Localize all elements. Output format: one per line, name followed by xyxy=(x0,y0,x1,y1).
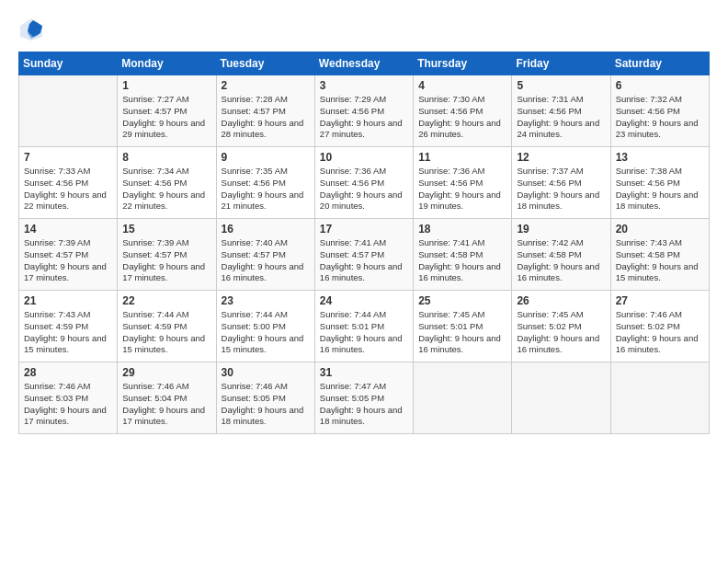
day-info: Sunrise: 7:46 AMSunset: 5:03 PMDaylight:… xyxy=(24,381,112,428)
day-number: 4 xyxy=(418,79,506,92)
day-number: 23 xyxy=(222,294,310,307)
calendar-cell: 2Sunrise: 7:28 AMSunset: 4:57 PMDaylight… xyxy=(216,75,314,147)
logo xyxy=(18,17,48,42)
day-number: 17 xyxy=(320,223,408,236)
calendar-week-row: 21Sunrise: 7:43 AMSunset: 4:59 PMDayligh… xyxy=(19,291,710,362)
day-info: Sunrise: 7:32 AMSunset: 4:56 PMDaylight:… xyxy=(616,94,704,141)
day-number: 19 xyxy=(517,223,605,236)
calendar-cell: 4Sunrise: 7:30 AMSunset: 4:56 PMDaylight… xyxy=(414,75,512,147)
day-info: Sunrise: 7:38 AMSunset: 4:56 PMDaylight:… xyxy=(616,166,704,213)
calendar-cell: 24Sunrise: 7:44 AMSunset: 5:01 PMDayligh… xyxy=(314,291,413,362)
calendar-cell: 26Sunrise: 7:45 AMSunset: 5:02 PMDayligh… xyxy=(512,291,610,362)
day-info: Sunrise: 7:36 AMSunset: 4:56 PMDaylight:… xyxy=(418,166,506,213)
day-info: Sunrise: 7:39 AMSunset: 4:57 PMDaylight:… xyxy=(122,237,210,284)
day-info: Sunrise: 7:47 AMSunset: 5:05 PMDaylight:… xyxy=(320,381,408,428)
calendar-week-row: 14Sunrise: 7:39 AMSunset: 4:57 PMDayligh… xyxy=(19,219,710,291)
day-number: 1 xyxy=(122,79,210,92)
calendar-cell: 9Sunrise: 7:35 AMSunset: 4:56 PMDaylight… xyxy=(216,147,314,219)
day-info: Sunrise: 7:34 AMSunset: 4:56 PMDaylight:… xyxy=(122,166,210,213)
day-number: 26 xyxy=(517,294,605,307)
day-info: Sunrise: 7:31 AMSunset: 4:56 PMDaylight:… xyxy=(517,94,605,141)
calendar-cell: 11Sunrise: 7:36 AMSunset: 4:56 PMDayligh… xyxy=(414,147,512,219)
calendar-cell xyxy=(414,362,512,434)
weekday-header: Saturday xyxy=(610,52,709,75)
day-info: Sunrise: 7:46 AMSunset: 5:04 PMDaylight:… xyxy=(122,381,210,428)
calendar-cell: 7Sunrise: 7:33 AMSunset: 4:56 PMDaylight… xyxy=(19,147,118,219)
day-info: Sunrise: 7:29 AMSunset: 4:56 PMDaylight:… xyxy=(320,94,408,141)
day-number: 24 xyxy=(320,294,408,307)
calendar-cell: 22Sunrise: 7:44 AMSunset: 4:59 PMDayligh… xyxy=(118,291,216,362)
day-number: 8 xyxy=(122,151,210,164)
day-number: 28 xyxy=(24,366,112,379)
day-number: 18 xyxy=(418,223,506,236)
day-number: 25 xyxy=(418,294,506,307)
day-number: 3 xyxy=(320,79,408,92)
calendar-cell: 18Sunrise: 7:41 AMSunset: 4:58 PMDayligh… xyxy=(414,219,512,291)
day-number: 6 xyxy=(616,79,704,92)
calendar-page: SundayMondayTuesdayWednesdayThursdayFrid… xyxy=(0,0,728,563)
day-info: Sunrise: 7:40 AMSunset: 4:57 PMDaylight:… xyxy=(222,237,310,284)
calendar-cell: 21Sunrise: 7:43 AMSunset: 4:59 PMDayligh… xyxy=(19,291,118,362)
calendar-cell: 1Sunrise: 7:27 AMSunset: 4:57 PMDaylight… xyxy=(118,75,216,147)
calendar-cell: 23Sunrise: 7:44 AMSunset: 5:00 PMDayligh… xyxy=(216,291,314,362)
day-info: Sunrise: 7:44 AMSunset: 5:01 PMDaylight:… xyxy=(320,309,408,356)
day-number: 7 xyxy=(24,151,112,164)
day-number: 31 xyxy=(320,366,408,379)
day-info: Sunrise: 7:33 AMSunset: 4:56 PMDaylight:… xyxy=(24,166,112,213)
calendar-cell: 16Sunrise: 7:40 AMSunset: 4:57 PMDayligh… xyxy=(216,219,314,291)
day-info: Sunrise: 7:43 AMSunset: 4:59 PMDaylight:… xyxy=(24,309,112,356)
day-number: 14 xyxy=(24,223,112,236)
day-info: Sunrise: 7:44 AMSunset: 4:59 PMDaylight:… xyxy=(122,309,210,356)
weekday-header: Thursday xyxy=(414,52,512,75)
weekday-header: Monday xyxy=(118,52,216,75)
day-info: Sunrise: 7:36 AMSunset: 4:56 PMDaylight:… xyxy=(320,166,408,213)
day-info: Sunrise: 7:43 AMSunset: 4:58 PMDaylight:… xyxy=(616,237,704,284)
day-number: 10 xyxy=(320,151,408,164)
day-info: Sunrise: 7:30 AMSunset: 4:56 PMDaylight:… xyxy=(418,94,506,141)
day-number: 27 xyxy=(616,294,704,307)
header xyxy=(18,17,710,42)
day-number: 2 xyxy=(222,79,310,92)
calendar-cell: 27Sunrise: 7:46 AMSunset: 5:02 PMDayligh… xyxy=(610,291,709,362)
calendar-cell: 8Sunrise: 7:34 AMSunset: 4:56 PMDaylight… xyxy=(118,147,216,219)
calendar-cell: 30Sunrise: 7:46 AMSunset: 5:05 PMDayligh… xyxy=(216,362,314,434)
day-number: 5 xyxy=(517,79,605,92)
calendar-cell xyxy=(610,362,709,434)
calendar-cell: 25Sunrise: 7:45 AMSunset: 5:01 PMDayligh… xyxy=(414,291,512,362)
day-info: Sunrise: 7:35 AMSunset: 4:56 PMDaylight:… xyxy=(222,166,310,213)
calendar-cell xyxy=(19,75,118,147)
calendar-body: 1Sunrise: 7:27 AMSunset: 4:57 PMDaylight… xyxy=(19,75,710,434)
day-number: 11 xyxy=(418,151,506,164)
calendar-cell: 10Sunrise: 7:36 AMSunset: 4:56 PMDayligh… xyxy=(314,147,413,219)
calendar-table: SundayMondayTuesdayWednesdayThursdayFrid… xyxy=(18,52,710,434)
calendar-cell: 5Sunrise: 7:31 AMSunset: 4:56 PMDaylight… xyxy=(512,75,610,147)
day-info: Sunrise: 7:28 AMSunset: 4:57 PMDaylight:… xyxy=(222,94,310,141)
day-number: 20 xyxy=(616,223,704,236)
day-number: 21 xyxy=(24,294,112,307)
calendar-cell: 28Sunrise: 7:46 AMSunset: 5:03 PMDayligh… xyxy=(19,362,118,434)
day-number: 12 xyxy=(517,151,605,164)
weekday-header: Sunday xyxy=(19,52,118,75)
day-info: Sunrise: 7:46 AMSunset: 5:02 PMDaylight:… xyxy=(616,309,704,356)
day-info: Sunrise: 7:39 AMSunset: 4:57 PMDaylight:… xyxy=(24,237,112,284)
day-info: Sunrise: 7:41 AMSunset: 4:58 PMDaylight:… xyxy=(418,237,506,284)
calendar-week-row: 7Sunrise: 7:33 AMSunset: 4:56 PMDaylight… xyxy=(19,147,710,219)
weekday-header: Wednesday xyxy=(314,52,413,75)
calendar-cell: 19Sunrise: 7:42 AMSunset: 4:58 PMDayligh… xyxy=(512,219,610,291)
calendar-week-row: 28Sunrise: 7:46 AMSunset: 5:03 PMDayligh… xyxy=(19,362,710,434)
calendar-cell: 15Sunrise: 7:39 AMSunset: 4:57 PMDayligh… xyxy=(118,219,216,291)
day-info: Sunrise: 7:45 AMSunset: 5:02 PMDaylight:… xyxy=(517,309,605,356)
calendar-cell: 12Sunrise: 7:37 AMSunset: 4:56 PMDayligh… xyxy=(512,147,610,219)
calendar-cell xyxy=(512,362,610,434)
calendar-header: SundayMondayTuesdayWednesdayThursdayFrid… xyxy=(19,52,710,75)
weekday-header: Tuesday xyxy=(216,52,314,75)
day-number: 16 xyxy=(222,223,310,236)
calendar-cell: 6Sunrise: 7:32 AMSunset: 4:56 PMDaylight… xyxy=(610,75,709,147)
calendar-cell: 3Sunrise: 7:29 AMSunset: 4:56 PMDaylight… xyxy=(314,75,413,147)
day-number: 15 xyxy=(122,223,210,236)
day-number: 9 xyxy=(222,151,310,164)
day-number: 13 xyxy=(616,151,704,164)
calendar-cell: 13Sunrise: 7:38 AMSunset: 4:56 PMDayligh… xyxy=(610,147,709,219)
logo-icon xyxy=(18,17,44,42)
day-info: Sunrise: 7:37 AMSunset: 4:56 PMDaylight:… xyxy=(517,166,605,213)
